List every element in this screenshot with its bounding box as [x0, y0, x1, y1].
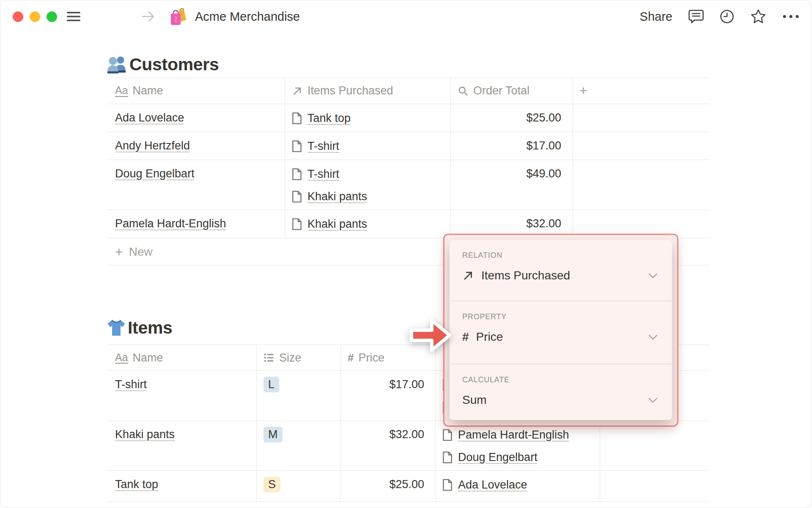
- relation-select[interactable]: Items Purchased: [462, 269, 659, 282]
- relation-link[interactable]: T-shirt: [292, 163, 444, 185]
- item-name-cell[interactable]: T-shirt: [108, 371, 257, 420]
- page-icon: [442, 429, 453, 441]
- size-cell[interactable]: M: [257, 421, 341, 470]
- chevron-down-icon: [648, 273, 658, 279]
- items-purchased-cell[interactable]: T-shirt: [285, 132, 451, 160]
- customer-name-cell[interactable]: Doug Engelbart: [108, 160, 285, 210]
- tshirt-emoji-icon: [107, 319, 126, 337]
- number-property-icon: #: [348, 351, 354, 364]
- empty-cell: [573, 132, 710, 160]
- close-window-button[interactable]: [13, 11, 23, 22]
- size-tag: S: [263, 477, 280, 492]
- items-purchased-cell[interactable]: Tank top: [285, 104, 451, 132]
- calculate-section-label: CALCULATE: [462, 375, 659, 384]
- customers-section-heading: Customers: [107, 51, 812, 77]
- price-cell[interactable]: $32.00: [341, 421, 436, 470]
- page-icon: [292, 140, 302, 152]
- page-icon: [292, 112, 302, 124]
- customer-name-cell[interactable]: Andy Hertzfeld: [108, 132, 285, 160]
- item-name-cell[interactable]: Khaki pants: [108, 421, 257, 470]
- more-options-button[interactable]: [782, 14, 799, 19]
- relation-arrow-icon: [292, 86, 303, 97]
- shopping-bags-emoji-icon: [169, 7, 187, 26]
- plus-icon: +: [579, 83, 587, 99]
- relation-link[interactable]: Khaki pants: [292, 185, 444, 208]
- size-cell[interactable]: S: [257, 471, 341, 501]
- table-row: Ada Lovelace Tank top $25.00: [108, 104, 710, 132]
- app-window: Acme Merchandise Share: [0, 0, 812, 508]
- column-header-name[interactable]: Aa Name: [108, 345, 257, 370]
- select-property-icon: [263, 352, 274, 363]
- property-section-label: PROPERTY: [462, 312, 659, 321]
- share-button[interactable]: Share: [640, 10, 672, 24]
- order-total-cell[interactable]: $17.00: [451, 132, 573, 160]
- size-tag: L: [263, 377, 279, 392]
- add-column-button[interactable]: +: [573, 78, 710, 104]
- calculate-select[interactable]: Sum: [462, 393, 659, 407]
- page-icon: [442, 451, 453, 464]
- back-button[interactable]: [115, 10, 128, 23]
- table-row: Andy Hertzfeld T-shirt $17.00: [108, 132, 710, 160]
- table-row: Tank top S $25.00 Ada Lovelace: [108, 471, 710, 502]
- relation-link[interactable]: Tank top: [292, 107, 444, 130]
- customer-name-cell[interactable]: Ada Lovelace: [108, 104, 285, 132]
- purchased-by-cell[interactable]: Pamela Hardt-English Doug Engelbart: [436, 421, 600, 470]
- sidebar-toggle-button[interactable]: [66, 11, 81, 22]
- title-property-icon: Aa: [115, 352, 128, 364]
- chevron-down-icon: [648, 334, 658, 340]
- items-purchased-cell[interactable]: T-shirt Khaki pants: [285, 160, 451, 210]
- updates-button[interactable]: [720, 9, 734, 24]
- empty-cell: [573, 160, 710, 210]
- relation-section: RELATION Items Purchased: [450, 240, 672, 301]
- forward-button[interactable]: [142, 10, 155, 23]
- page-icon: [292, 168, 302, 180]
- people-emoji-icon: [107, 55, 128, 74]
- empty-cell: [600, 471, 710, 501]
- column-header-size[interactable]: Size: [257, 345, 341, 370]
- order-total-cell[interactable]: $25.00: [451, 104, 573, 132]
- zoom-window-button[interactable]: [47, 11, 57, 22]
- purchased-by-cell[interactable]: Ada Lovelace: [436, 471, 600, 501]
- relation-section-label: RELATION: [462, 251, 659, 260]
- comment-bubble-icon: [689, 9, 704, 24]
- page-title-breadcrumb[interactable]: Acme Merchandise: [195, 10, 300, 24]
- empty-cell: [573, 104, 710, 132]
- column-header-order-total[interactable]: Order Total: [451, 78, 573, 104]
- rollup-config-card: RELATION Items Purchased PROPERTY # Pric…: [450, 240, 672, 420]
- annotation-arrow-icon: [409, 316, 453, 354]
- forward-arrow-icon: [142, 10, 155, 23]
- relation-link[interactable]: Doug Engelbart: [442, 446, 593, 469]
- top-bar: Acme Merchandise Share: [0, 0, 812, 33]
- title-property-icon: Aa: [115, 85, 128, 97]
- property-section: PROPERTY # Price: [450, 301, 672, 364]
- price-cell[interactable]: $25.00: [341, 471, 436, 501]
- relation-arrow-icon: [462, 270, 474, 282]
- relation-link[interactable]: Khaki pants: [292, 213, 444, 235]
- customer-name-cell[interactable]: Pamela Hardt-English: [108, 210, 285, 238]
- price-cell[interactable]: $17.00: [341, 371, 436, 420]
- favorite-button[interactable]: [750, 9, 766, 24]
- size-tag: M: [263, 427, 283, 442]
- items-purchased-cell[interactable]: Khaki pants: [285, 210, 451, 238]
- relation-link[interactable]: T-shirt: [292, 135, 444, 157]
- back-arrow-icon: [115, 10, 128, 23]
- relation-link[interactable]: Pamela Hardt-English: [442, 424, 593, 446]
- relation-link[interactable]: Ada Lovelace: [442, 474, 593, 496]
- chevron-down-icon: [648, 398, 658, 403]
- column-header-items-purchased[interactable]: Items Purchased: [285, 78, 451, 104]
- empty-cell: [600, 421, 710, 470]
- rollup-magnifier-icon: [458, 86, 469, 97]
- comments-button[interactable]: [689, 9, 704, 24]
- item-name-cell[interactable]: Tank top: [108, 471, 257, 501]
- page-icon: [442, 479, 453, 491]
- column-header-name[interactable]: Aa Name: [108, 78, 285, 104]
- page-icon: [292, 190, 302, 203]
- calculate-section: CALCULATE Sum: [450, 364, 672, 420]
- star-icon: [750, 9, 766, 24]
- clock-icon: [720, 9, 734, 24]
- plus-icon: +: [115, 245, 123, 259]
- property-select[interactable]: # Price: [462, 330, 659, 344]
- order-total-cell[interactable]: $49.00: [451, 160, 573, 210]
- minimize-window-button[interactable]: [30, 11, 40, 22]
- size-cell[interactable]: L: [257, 371, 341, 420]
